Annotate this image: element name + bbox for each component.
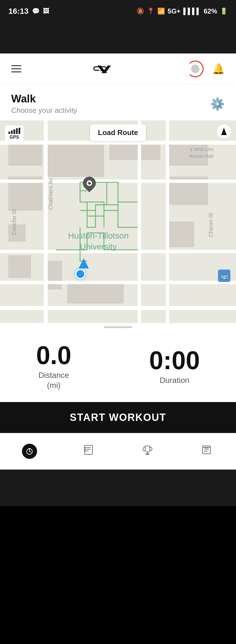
record-icon[interactable] <box>187 60 204 77</box>
gps-indicator: GPS <box>5 125 24 142</box>
north-arrow-icon <box>221 128 227 135</box>
user-location-dot <box>75 269 85 279</box>
distance-value: 0.0 <box>36 343 71 368</box>
header-right: 🔔 <box>187 60 225 77</box>
distance-stat: 0.0 Distance (mi) <box>36 343 71 391</box>
nav-item-plans[interactable] <box>177 444 236 459</box>
user-arrow <box>79 258 89 268</box>
nav-item-record[interactable] <box>0 444 59 459</box>
svg-point-14 <box>85 447 86 448</box>
concho-st-label: Concho St <box>11 205 17 239</box>
bus-stop-icon: 🚌 <box>218 270 230 282</box>
bottom-spacer <box>0 470 236 506</box>
load-route-button[interactable]: Load Route <box>90 124 146 141</box>
trophy-icon <box>141 444 154 459</box>
log-icon <box>82 444 95 459</box>
drag-bar <box>104 326 132 328</box>
hotspot-icon: 📶 <box>157 8 165 15</box>
duration-stat: 0:00 Duration <box>149 348 200 385</box>
network-label: 5G+ <box>168 7 181 15</box>
top-spacer <box>0 23 236 53</box>
photo-icon: 🖼 <box>43 8 49 15</box>
north-arrow <box>217 124 231 138</box>
chalmers-av-label: Chalmers Av <box>47 174 54 214</box>
activity-title[interactable]: Walk <box>11 93 77 105</box>
menu-button[interactable] <box>11 65 21 72</box>
stats-section: 0.0 Distance (mi) 0:00 Duration <box>0 331 236 402</box>
mute-icon: 🔕 <box>137 8 144 15</box>
activity-subtitle: Choose your activity <box>11 106 77 115</box>
location-pin: 🎓 <box>83 177 96 190</box>
drag-handle[interactable] <box>0 323 236 331</box>
bottom-nav <box>0 433 236 470</box>
record-inner <box>191 65 199 73</box>
svg-point-16 <box>85 450 86 452</box>
location-icon: 📍 <box>147 8 155 15</box>
battery-label: 62% <box>204 7 217 15</box>
svg-line-7 <box>30 452 31 452</box>
plans-icon <box>200 444 213 459</box>
duration-value: 0:00 <box>149 348 200 373</box>
battery-icon: 🔋 <box>220 8 228 15</box>
start-workout-button[interactable]: START WORKOUT <box>0 402 236 433</box>
bell-icon[interactable]: 🔔 <box>212 63 225 75</box>
nav-item-challenges[interactable] <box>118 444 177 459</box>
signal-icon: ▌▌▌▌ <box>183 8 201 15</box>
status-bar: 16:13 💬 🖼 🔕 📍 📶 5G+ ▌▌▌▌ 62% 🔋 <box>0 0 236 23</box>
alumni-hall-label: y amd LouAlumn Hall <box>189 146 214 160</box>
message-icon: 💬 <box>32 8 40 15</box>
distance-label: Distance (mi) <box>36 370 71 391</box>
status-time: 16:13 <box>8 7 29 16</box>
svg-point-15 <box>85 449 86 450</box>
nav-item-log[interactable] <box>59 444 118 459</box>
gps-bars <box>8 128 20 134</box>
svg-text:⊂⊃: ⊂⊃ <box>92 64 107 73</box>
chicon-st-label: Chicon St <box>208 208 214 242</box>
timer-icon <box>22 444 37 459</box>
brand-logo: ⊂⊃ <box>87 60 121 77</box>
stat-divider <box>110 355 110 378</box>
settings-icon[interactable]: ⚙️ <box>210 97 225 111</box>
map-container[interactable]: Concho St Chalmers Av Chicon St y amd Lo… <box>0 120 236 323</box>
university-label: Huston-TillotsonUniversity <box>48 230 149 252</box>
activity-section: Walk Choose your activity ⚙️ <box>0 84 236 120</box>
duration-label: Duration <box>149 375 200 385</box>
activity-text: Walk Choose your activity <box>11 93 77 115</box>
app-header: ⊂⊃ 🔔 <box>0 53 236 84</box>
gps-text: GPS <box>10 135 19 140</box>
svg-rect-10 <box>85 445 92 454</box>
